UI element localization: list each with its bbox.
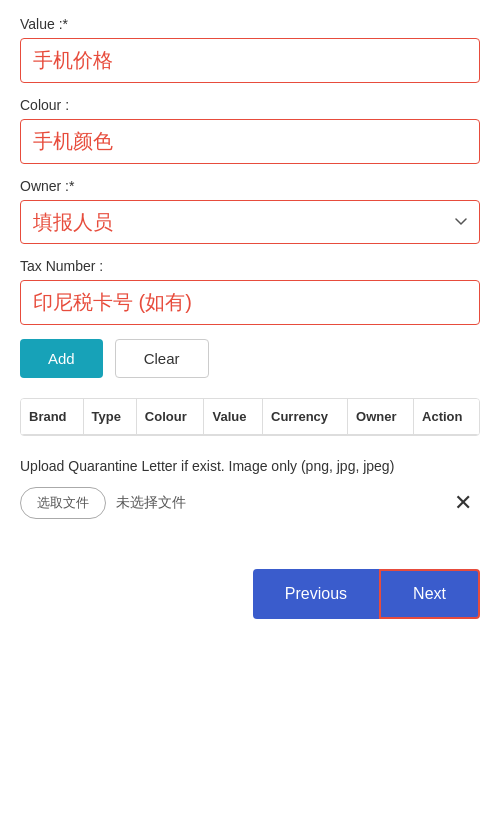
upload-description: Upload Quarantine Letter if exist. Image… — [20, 456, 480, 477]
col-value: Value — [204, 399, 263, 435]
clear-button[interactable]: Clear — [115, 339, 209, 378]
colour-label: Colour : — [20, 97, 480, 113]
col-brand: Brand — [21, 399, 83, 435]
tax-field-group: Tax Number : — [20, 258, 480, 325]
owner-label: Owner :* — [20, 178, 480, 194]
tax-input[interactable] — [20, 280, 480, 325]
file-select-button[interactable]: 选取文件 — [20, 487, 106, 519]
value-label: Value :* — [20, 16, 480, 32]
table-header-row: Brand Type Colour Value Currency Owner A… — [21, 399, 479, 435]
data-table-wrapper: Brand Type Colour Value Currency Owner A… — [20, 398, 480, 436]
colour-input[interactable] — [20, 119, 480, 164]
previous-button[interactable]: Previous — [253, 569, 379, 619]
upload-row: 选取文件 未选择文件 ✕ — [20, 487, 480, 519]
col-currency: Currency — [263, 399, 348, 435]
col-colour: Colour — [136, 399, 204, 435]
colour-field-group: Colour : — [20, 97, 480, 164]
next-button[interactable]: Next — [379, 569, 480, 619]
bottom-navigation: Previous Next — [20, 559, 480, 619]
owner-field-group: Owner :* 填报人员 — [20, 178, 480, 244]
value-input[interactable] — [20, 38, 480, 83]
col-owner: Owner — [348, 399, 414, 435]
owner-select[interactable]: 填报人员 — [20, 200, 480, 244]
col-type: Type — [83, 399, 136, 435]
value-field-group: Value :* — [20, 16, 480, 83]
clear-file-button[interactable]: ✕ — [446, 490, 480, 516]
upload-section: Upload Quarantine Letter if exist. Image… — [20, 456, 480, 519]
col-action: Action — [414, 399, 479, 435]
data-table: Brand Type Colour Value Currency Owner A… — [21, 399, 479, 435]
add-button[interactable]: Add — [20, 339, 103, 378]
no-file-text: 未选择文件 — [116, 494, 436, 512]
action-buttons: Add Clear — [20, 339, 480, 378]
tax-label: Tax Number : — [20, 258, 480, 274]
